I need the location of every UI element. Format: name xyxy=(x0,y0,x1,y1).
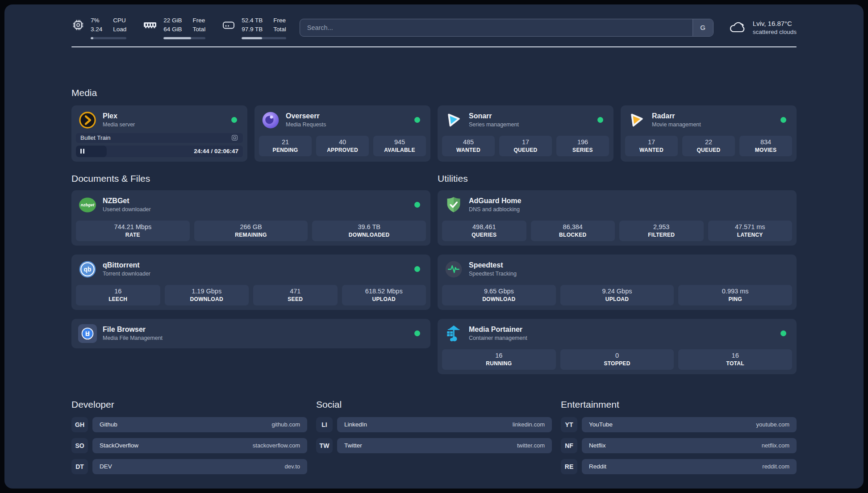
memory-total-label: Total xyxy=(193,25,206,34)
bookmark-bar[interactable]: LinkedIn linkedin.com xyxy=(337,417,552,432)
sonarr-card[interactable]: Sonarr Series management 485 WANTED 17 Q… xyxy=(438,105,613,162)
app-title: Radarr xyxy=(652,112,701,120)
radarr-card[interactable]: Radarr Movie management 17 WANTED 22 QUE… xyxy=(621,105,797,162)
ram-icon xyxy=(142,18,158,32)
stat-value: 1.19 Gbps xyxy=(192,288,221,295)
speedtest-card[interactable]: Speedtest Speedtest Tracking 9.65 Gbps D… xyxy=(438,255,797,310)
app-subtitle: Speedtest Tracking xyxy=(469,271,517,277)
camera-session-icon[interactable] xyxy=(231,134,238,142)
stat-value: 17 xyxy=(522,138,529,146)
stat-value: 40 xyxy=(339,138,346,146)
bookmark-tag: NF xyxy=(561,438,577,453)
app-title: File Browser xyxy=(103,326,163,334)
stat-label: SEED xyxy=(288,296,303,302)
filebrowser-card[interactable]: File Browser Media File Management xyxy=(71,319,430,348)
memory-total-value: 64 GiB xyxy=(163,25,182,34)
cpu-progress-bar xyxy=(91,37,126,39)
header-divider xyxy=(71,46,797,47)
app-subtitle: Usenet downloader xyxy=(103,206,151,213)
stat-tile: 16 LEECH xyxy=(76,285,160,305)
bookmark-twitter[interactable]: TW Twitter twitter.com xyxy=(316,438,552,453)
search-input[interactable] xyxy=(300,19,693,36)
stat-label: LEECH xyxy=(108,296,127,302)
bookmark-netflix[interactable]: NF Netflix netflix.com xyxy=(561,438,797,453)
bookmark-github[interactable]: GH Github github.com xyxy=(71,417,307,432)
cpu-progress-fill xyxy=(91,37,93,39)
stat-tile: 945 AVAILABLE xyxy=(373,136,426,156)
stat-label: DOWNLOAD xyxy=(190,296,223,302)
bookmark-youtube[interactable]: YT YouTube youtube.com xyxy=(561,417,797,432)
stat-value: 22 xyxy=(705,138,712,146)
bookmark-name: Reddit xyxy=(589,463,606,470)
stat-value: 618.52 Mbps xyxy=(365,288,403,295)
qbittorrent-icon: qb xyxy=(78,260,97,279)
stat-label: TOTAL xyxy=(726,360,744,367)
stat-value: 196 xyxy=(577,138,588,146)
bookmark-tag: SO xyxy=(71,438,88,453)
utilities-section-heading: Utilities xyxy=(438,173,797,184)
status-online-dot xyxy=(231,117,237,123)
bookmark-dev[interactable]: DT DEV dev.to xyxy=(71,459,307,474)
bookmark-stackoverflow[interactable]: SO StackOverflow stackoverflow.com xyxy=(71,438,307,453)
entertainment-column: Entertainment YT YouTube youtube.com NF … xyxy=(561,399,797,474)
stat-tile: 17 WANTED xyxy=(625,136,678,156)
bookmark-bar[interactable]: Reddit reddit.com xyxy=(582,459,797,474)
app-title: NZBGet xyxy=(103,197,151,205)
memory-progress-fill xyxy=(163,37,191,39)
bookmark-bar[interactable]: Netflix netflix.com xyxy=(582,438,797,453)
stat-tile: 834 MOVIES xyxy=(739,136,792,156)
status-online-dot xyxy=(414,266,420,272)
qbittorrent-card[interactable]: qb qBittorrent Torrent downloader xyxy=(71,255,430,310)
stat-label: PENDING xyxy=(273,147,298,153)
stat-label: LATENCY xyxy=(737,232,763,238)
bookmark-tag: GH xyxy=(71,417,88,432)
bookmark-bar[interactable]: StackOverflow stackoverflow.com xyxy=(92,438,307,453)
bookmark-bar[interactable]: YouTube youtube.com xyxy=(582,417,797,432)
cpu-percent: 7% xyxy=(91,16,102,25)
social-column: Social LI LinkedIn linkedin.com TW Twitt… xyxy=(316,399,552,474)
bookmark-reddit[interactable]: RE Reddit reddit.com xyxy=(561,459,797,474)
app-title: Overseerr xyxy=(286,112,326,120)
playback-progress-bar[interactable]: 24:44 / 02:06:47 xyxy=(76,146,243,157)
bookmark-tag: RE xyxy=(561,459,577,474)
overseerr-card[interactable]: Overseerr Media Requests 21 PENDING 40 A… xyxy=(255,105,430,162)
stat-value: 744.21 Mbps xyxy=(114,223,151,230)
stat-label: QUEUED xyxy=(513,147,537,153)
bookmark-url: netflix.com xyxy=(762,442,789,449)
bookmark-name: DEV xyxy=(100,463,112,470)
nzbget-card[interactable]: nzbget NZBGet Usenet downloader 74 xyxy=(71,190,430,246)
bookmark-url: youtube.com xyxy=(756,421,789,428)
bookmark-bar[interactable]: Twitter twitter.com xyxy=(337,438,552,453)
bookmark-bar[interactable]: Github github.com xyxy=(92,417,307,432)
storage-progress-fill xyxy=(242,37,262,39)
stat-tile: 21 PENDING xyxy=(259,136,312,156)
pause-icon[interactable] xyxy=(80,149,84,154)
search-bar[interactable]: G xyxy=(300,19,714,37)
stat-label: SERIES xyxy=(572,147,593,153)
bookmark-url: twitter.com xyxy=(517,442,545,449)
cpu-load-value: 3.24 xyxy=(91,25,102,34)
stat-value: 0 xyxy=(615,352,619,359)
plex-card[interactable]: Plex Media server Bullet Train xyxy=(71,105,247,162)
stat-tile: 17 QUEUED xyxy=(499,136,552,156)
system-stats: 7% 3.24 CPU Load xyxy=(71,16,286,39)
bookmark-tag: LI xyxy=(316,417,333,432)
top-bar: 7% 3.24 CPU Load xyxy=(71,16,797,39)
app-subtitle: Media File Management xyxy=(103,335,163,341)
stat-tile: 9.24 Gbps UPLOAD xyxy=(560,285,674,305)
bookmark-linkedin[interactable]: LI LinkedIn linkedin.com xyxy=(316,417,552,432)
status-online-dot xyxy=(414,202,420,208)
stat-value: 16 xyxy=(114,288,121,295)
search-engine-button[interactable]: G xyxy=(693,19,713,36)
portainer-card[interactable]: Media Portainer Container management 16 … xyxy=(438,319,797,374)
utilities-column: Utilities xyxy=(438,173,797,374)
stat-label: REMAINING xyxy=(235,232,267,238)
stat-label: MOVIES xyxy=(755,147,776,153)
stat-tile: 0.993 ms PING xyxy=(678,285,792,305)
bookmark-bar[interactable]: DEV dev.to xyxy=(92,459,307,474)
adguard-card[interactable]: AdGuard Home DNS and adblocking 498,461 … xyxy=(438,190,797,246)
stat-value: 485 xyxy=(463,138,474,146)
cpu-icon xyxy=(71,18,85,32)
stat-value: 9.65 Gbps xyxy=(484,288,514,295)
qbittorrent-icon-text: qb xyxy=(84,266,92,272)
